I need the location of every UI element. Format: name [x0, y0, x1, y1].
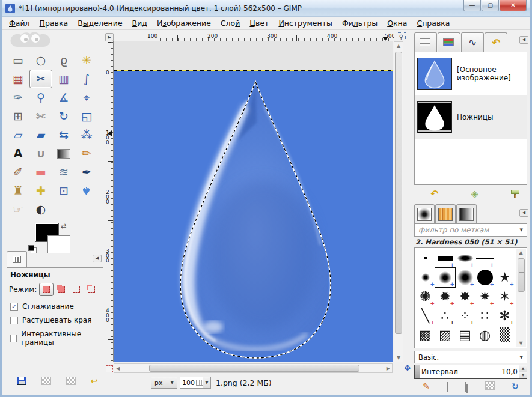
brush-item[interactable]: ∴+	[435, 306, 455, 326]
menu-help[interactable]: Справка	[412, 17, 454, 29]
tool-airbrush[interactable]: ≋	[52, 163, 75, 181]
brush-item[interactable]	[495, 249, 515, 268]
unit-select[interactable]: px ▼	[151, 377, 177, 389]
tool-fuzzy-select[interactable]: ✳	[75, 51, 98, 70]
tool-free-select[interactable]: ϱ	[52, 51, 75, 70]
tab-brushes[interactable]	[414, 204, 435, 223]
tool-measure[interactable]: ∡	[52, 88, 75, 107]
brush-item[interactable]: +	[415, 268, 435, 287]
brush-item[interactable]: ✸+	[455, 287, 475, 306]
slider-handle[interactable]	[415, 365, 420, 378]
tool-rotate[interactable]: ↻	[52, 107, 75, 126]
tool-scissors-select[interactable]: ✂	[29, 70, 52, 88]
dock-collapse-icon[interactable]: ◀	[519, 209, 528, 217]
menu-image[interactable]: Изображение	[152, 17, 216, 29]
menu-edit[interactable]: Правка	[35, 17, 73, 29]
delete-options-button[interactable]	[66, 377, 76, 387]
dock-collapse-icon[interactable]: ◀	[519, 36, 528, 44]
tool-shear[interactable]: ▱	[7, 126, 29, 144]
tool-dodge-burn[interactable]: ◐	[29, 200, 52, 219]
tool-paths[interactable]: ∫	[75, 70, 98, 88]
brush-item[interactable]: +	[455, 249, 475, 268]
menu-select[interactable]: Выделение	[73, 17, 127, 29]
brush-item[interactable]: +	[475, 249, 495, 268]
tool-blur[interactable]: ♠	[75, 181, 98, 200]
refresh-brushes-button[interactable]: ↻	[512, 382, 519, 391]
checkbox-unchecked[interactable]	[10, 335, 17, 342]
brush-item[interactable]: ◍	[475, 326, 495, 345]
default-colors-icon[interactable]	[28, 245, 34, 251]
maximize-button[interactable]: ▢	[482, 0, 499, 11]
reset-options-button[interactable]: ↩	[91, 377, 98, 387]
spacing-slider[interactable]: Интервал 10,0 ▲▼	[414, 365, 527, 379]
brush-item[interactable]: ╲+	[415, 306, 435, 326]
scroll-right-icon[interactable]: ▶	[387, 366, 390, 371]
mode-intersect-button[interactable]	[84, 283, 99, 296]
tool-cage-transform[interactable]: ⁂	[75, 126, 98, 144]
tool-rect-select[interactable]: ▭	[7, 51, 29, 70]
brush-item[interactable]: ▒	[495, 326, 515, 345]
tab-channels[interactable]	[438, 32, 460, 52]
checkbox-checked[interactable]: ✓	[10, 303, 18, 311]
new-brush-button[interactable]	[447, 383, 448, 391]
brush-item[interactable]: ✻+	[495, 306, 515, 326]
horizontal-scrollbar[interactable]: ◀ ▶	[114, 363, 393, 373]
delete-brush-button[interactable]	[485, 381, 495, 392]
dock-collapse-icon[interactable]: ◀	[93, 255, 102, 262]
spacing-spinner[interactable]: ▲▼	[519, 365, 527, 378]
menu-filters[interactable]: Фильтры	[337, 17, 382, 29]
tool-ink[interactable]: ✒	[75, 163, 98, 181]
image-viewport[interactable]	[114, 41, 393, 362]
scroll-down-icon[interactable]: ▼	[516, 341, 525, 346]
tool-pencil[interactable]: ✏	[75, 144, 98, 163]
tool-zoom[interactable]: ⚲	[29, 88, 52, 107]
tool-ellipse-select[interactable]: ○	[29, 51, 52, 70]
restore-options-button[interactable]	[41, 377, 51, 387]
brush-item[interactable]: ✹+	[435, 287, 455, 306]
brush-item[interactable]: ✺+	[415, 287, 435, 306]
tool-perspective[interactable]: ▰	[29, 126, 52, 144]
tool-move[interactable]: ⌖	[75, 88, 98, 107]
zoom-level-input[interactable]: 100 ▼	[180, 377, 211, 389]
tool-perspective-clone[interactable]: ⊡	[52, 181, 75, 200]
tool-clone[interactable]: ♜	[7, 181, 29, 200]
tab-paths[interactable]: ∿	[461, 32, 484, 52]
mode-replace-button[interactable]	[39, 283, 54, 296]
brush-item-selected[interactable]: +	[435, 268, 455, 287]
horizontal-ruler[interactable]: 100200300400500	[114, 33, 394, 41]
redo-button[interactable]: ◈	[471, 189, 478, 199]
menu-colors[interactable]: Цвет	[245, 17, 274, 29]
tool-bucket-fill[interactable]: ∪	[29, 144, 52, 163]
scroll-down-icon[interactable]: ▼	[394, 355, 403, 360]
brush-item[interactable]: ✶+	[495, 287, 515, 306]
checkbox-unchecked[interactable]	[10, 317, 18, 324]
brush-item[interactable]: ▩	[415, 326, 435, 345]
tool-text[interactable]: A	[7, 144, 29, 163]
brush-item[interactable]	[415, 249, 435, 268]
brush-item[interactable]: +	[435, 249, 455, 268]
tool-alignment[interactable]: ⊞	[7, 107, 29, 126]
close-button[interactable]: ✕	[500, 0, 527, 11]
quick-mask-toggle[interactable]	[106, 365, 113, 372]
scroll-up-icon[interactable]: ▲	[516, 250, 525, 255]
horizontal-scroll-thumb[interactable]	[149, 365, 359, 372]
tool-scale[interactable]: ◱	[75, 107, 98, 126]
brush-item[interactable]: ▤	[455, 326, 475, 345]
tool-crop[interactable]: ✄	[29, 107, 52, 126]
tool-eraser[interactable]: ▬	[29, 163, 52, 181]
tab-undo-history[interactable]: ↶	[485, 32, 507, 52]
tool-heal[interactable]: ✚	[29, 181, 52, 200]
canvas-menu-button[interactable]: ▶	[105, 33, 114, 41]
title-bar[interactable]: *[1] (импортировано)-4.0 (Индексированны…	[2, 0, 530, 17]
swap-colors-icon[interactable]: ⇄	[61, 222, 66, 230]
scroll-up-icon[interactable]: ▲	[394, 43, 403, 49]
tab-patterns[interactable]	[435, 204, 456, 223]
brush-item[interactable]: ⁘+	[455, 306, 475, 326]
tool-flip[interactable]: ⇆	[52, 126, 75, 144]
minimize-button[interactable]: —	[463, 0, 481, 11]
tab-layers[interactable]	[414, 32, 437, 52]
brush-item[interactable]: +	[475, 268, 495, 287]
menu-windows[interactable]: Окна	[382, 17, 412, 29]
brush-item[interactable]: ▨	[435, 326, 455, 345]
brush-item[interactable]: ✷+	[475, 287, 495, 306]
